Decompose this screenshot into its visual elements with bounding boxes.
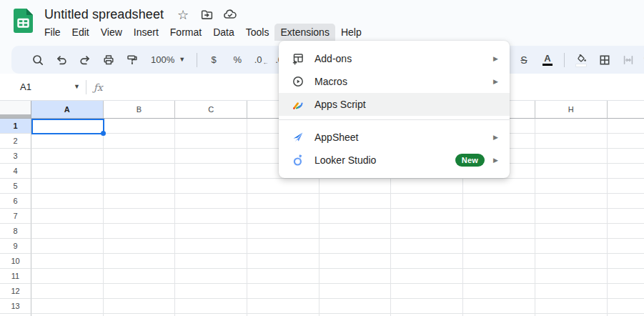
- grid-cell[interactable]: [535, 284, 608, 299]
- grid-cell[interactable]: [391, 269, 463, 284]
- grid-cell[interactable]: [247, 209, 319, 224]
- row-header-1[interactable]: 1: [0, 119, 31, 134]
- grid-cell[interactable]: [31, 284, 104, 299]
- redo-icon[interactable]: [76, 51, 94, 69]
- fill-color-button[interactable]: [572, 51, 590, 69]
- grid-cell[interactable]: [608, 134, 644, 149]
- menubar-item-data[interactable]: Data: [207, 24, 240, 41]
- grid-cell[interactable]: [463, 224, 535, 239]
- grid-cell[interactable]: [175, 284, 247, 299]
- menubar-item-view[interactable]: View: [95, 24, 128, 41]
- grid-cell[interactable]: [608, 269, 644, 284]
- grid-cell[interactable]: [104, 239, 176, 254]
- grid-cell[interactable]: [104, 254, 176, 269]
- grid-cell[interactable]: [463, 194, 535, 209]
- grid-cell[interactable]: [463, 299, 535, 314]
- search-icon[interactable]: [29, 51, 47, 69]
- grid-cell[interactable]: [175, 164, 247, 179]
- merge-cells-button[interactable]: [619, 51, 638, 69]
- grid-cell[interactable]: [535, 209, 608, 224]
- grid-cell[interactable]: [535, 239, 608, 254]
- borders-button[interactable]: [595, 51, 614, 69]
- column-header-stub[interactable]: [608, 101, 644, 119]
- grid-cell[interactable]: [535, 254, 608, 269]
- column-header-b[interactable]: B: [104, 101, 176, 119]
- grid-cell[interactable]: [535, 119, 608, 134]
- row-header-7[interactable]: 7: [0, 209, 31, 224]
- grid-cell[interactable]: [31, 209, 104, 224]
- grid-cell[interactable]: [175, 299, 247, 314]
- strikethrough-button[interactable]: S: [515, 51, 533, 69]
- grid-cell[interactable]: [104, 119, 176, 134]
- column-header-c[interactable]: C: [175, 101, 247, 119]
- row-header-11[interactable]: 11: [0, 269, 31, 284]
- grid-cell[interactable]: [319, 239, 392, 254]
- grid-cell[interactable]: [535, 134, 608, 149]
- grid-cell[interactable]: [535, 179, 608, 194]
- grid-cell[interactable]: [175, 119, 247, 134]
- grid-cell[interactable]: [463, 269, 535, 284]
- sheets-logo-icon[interactable]: [14, 9, 33, 33]
- star-icon[interactable]: ☆: [176, 8, 190, 22]
- grid-cell[interactable]: [175, 149, 247, 164]
- grid-cell[interactable]: [175, 224, 247, 239]
- grid-cell[interactable]: [104, 149, 176, 164]
- print-icon[interactable]: [99, 51, 118, 69]
- grid-cell[interactable]: [31, 149, 104, 164]
- menubar-item-tools[interactable]: Tools: [240, 24, 275, 41]
- grid-cell[interactable]: [104, 224, 176, 239]
- grid-cell[interactable]: [608, 179, 644, 194]
- grid-cell[interactable]: [608, 239, 644, 254]
- grid-cell[interactable]: [608, 149, 644, 164]
- row-header-9[interactable]: 9: [0, 239, 31, 254]
- menubar-item-file[interactable]: File: [39, 24, 66, 41]
- grid-cell[interactable]: [391, 209, 463, 224]
- grid-cell[interactable]: [391, 239, 463, 254]
- grid-cell[interactable]: [175, 194, 247, 209]
- grid-cell[interactable]: [608, 209, 644, 224]
- grid-cell[interactable]: [104, 269, 176, 284]
- grid-cell[interactable]: [463, 179, 535, 194]
- grid-cell[interactable]: [247, 299, 319, 314]
- grid-cell[interactable]: [247, 269, 319, 284]
- grid-cell[interactable]: [247, 239, 319, 254]
- column-header-h[interactable]: H: [535, 101, 608, 119]
- grid-cell[interactable]: [31, 134, 104, 149]
- grid-cell[interactable]: [175, 179, 247, 194]
- zoom-control[interactable]: 100% ▼: [147, 54, 189, 65]
- move-folder-icon[interactable]: [199, 8, 214, 22]
- grid-cell[interactable]: [175, 269, 247, 284]
- grid-cell[interactable]: [535, 164, 608, 179]
- column-header-a[interactable]: A: [31, 101, 104, 119]
- paint-format-icon[interactable]: [123, 51, 142, 69]
- grid-cell[interactable]: [247, 179, 319, 194]
- grid-cell[interactable]: [104, 164, 176, 179]
- menu-item-macros[interactable]: Macros ▶: [279, 70, 510, 93]
- grid-cell[interactable]: [391, 194, 463, 209]
- grid-cell[interactable]: [463, 284, 535, 299]
- grid-cell[interactable]: [247, 194, 319, 209]
- row-header-5[interactable]: 5: [0, 179, 31, 194]
- grid-cell[interactable]: [175, 254, 247, 269]
- grid-cell[interactable]: [608, 284, 644, 299]
- grid-cell[interactable]: [391, 299, 463, 314]
- name-box[interactable]: A1 ▼: [20, 82, 80, 92]
- grid-cell[interactable]: [31, 194, 104, 209]
- grid-cell[interactable]: [31, 239, 104, 254]
- grid-cell[interactable]: [319, 194, 392, 209]
- grid-cell[interactable]: [104, 299, 176, 314]
- fill-handle[interactable]: [101, 131, 106, 136]
- undo-icon[interactable]: [52, 51, 71, 69]
- row-header-6[interactable]: 6: [0, 194, 31, 209]
- grid-cell[interactable]: [608, 194, 644, 209]
- row-header-12[interactable]: 12: [0, 284, 31, 299]
- grid-cell[interactable]: [535, 269, 608, 284]
- grid-cell[interactable]: [31, 119, 104, 134]
- grid-cell[interactable]: [247, 224, 319, 239]
- grid-cell[interactable]: [319, 254, 392, 269]
- grid-cell[interactable]: [608, 224, 644, 239]
- select-all-corner[interactable]: [0, 101, 31, 119]
- grid-cell[interactable]: [319, 179, 392, 194]
- grid-cell[interactable]: [31, 299, 104, 314]
- grid-cell[interactable]: [391, 284, 463, 299]
